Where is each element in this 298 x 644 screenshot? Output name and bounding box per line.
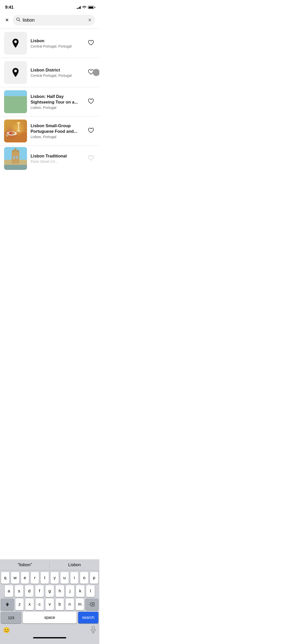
search-clear-button[interactable]: ✕ (88, 17, 92, 23)
svg-point-18 (17, 107, 19, 109)
svg-point-26 (7, 131, 17, 136)
result-info: Lisbon Central Portugal, Portugal (31, 38, 83, 48)
svg-rect-12 (9, 96, 10, 98)
favorite-button[interactable] (87, 154, 95, 163)
svg-rect-38 (15, 148, 16, 151)
result-title: Lisbon: Half Day Sightseeing Tour on a..… (31, 94, 83, 105)
svg-rect-8 (6, 93, 8, 95)
svg-rect-6 (4, 106, 27, 113)
svg-rect-22 (4, 120, 27, 142)
status-time: 9:41 (5, 5, 13, 10)
location-pin-icon (12, 68, 19, 77)
result-info: Lisbon Traditional Porto Street Cri... (31, 153, 83, 164)
svg-point-29 (9, 132, 12, 134)
result-info: Lisbon: Half Day Sightseeing Tour on a..… (31, 94, 83, 110)
result-info: Lisbon Small-Group Portuguese Food and..… (31, 123, 83, 139)
svg-rect-13 (11, 96, 13, 98)
svg-point-17 (22, 107, 25, 110)
search-bar[interactable]: lisbon ✕ (12, 15, 95, 25)
favorite-button[interactable] (87, 97, 95, 107)
svg-rect-24 (18, 122, 19, 131)
list-item[interactable]: Lisbon: Half Day Sightseeing Tour on a..… (0, 87, 99, 116)
result-title: Lisbon (31, 38, 83, 43)
svg-point-19 (22, 107, 24, 109)
svg-rect-37 (17, 150, 18, 152)
svg-rect-4 (4, 90, 27, 97)
svg-point-28 (9, 132, 15, 135)
svg-rect-35 (12, 151, 19, 164)
result-subtitle: Central Portugal, Portugal (31, 74, 83, 78)
status-icons (77, 6, 94, 9)
wifi-icon (82, 6, 86, 9)
location-pin-icon (12, 39, 19, 48)
result-title: Lisbon Traditional (31, 153, 83, 159)
list-item[interactable]: Lisbon District Central Portugal, Portug… (0, 58, 99, 87)
list-item[interactable]: Lisbon Central Portugal, Portugal (0, 29, 99, 58)
svg-rect-10 (11, 93, 13, 95)
svg-line-1 (19, 20, 20, 22)
status-bar: 9:41 (0, 0, 99, 13)
close-button[interactable]: ✕ (4, 16, 10, 24)
svg-point-27 (7, 131, 16, 135)
result-thumbnail (4, 120, 27, 142)
svg-point-25 (17, 130, 21, 132)
battery-icon (88, 6, 94, 9)
svg-rect-20 (17, 99, 20, 101)
svg-rect-39 (13, 156, 15, 159)
svg-rect-5 (4, 97, 27, 113)
svg-rect-7 (5, 92, 14, 106)
svg-rect-14 (16, 100, 25, 108)
results-list: Lisbon Central Portugal, Portugal Lisbon… (0, 29, 99, 171)
result-info: Lisbon District Central Portugal, Portug… (31, 67, 83, 78)
result-subtitle: Central Portugal, Portugal (31, 44, 83, 48)
result-thumbnail (4, 147, 27, 170)
svg-rect-40 (16, 156, 18, 159)
search-icon (16, 17, 21, 23)
favorite-button[interactable] (87, 126, 95, 136)
svg-rect-23 (4, 132, 27, 142)
result-title: Lisbon Small-Group Portuguese Food and..… (31, 123, 83, 134)
result-thumbnail (4, 90, 27, 113)
result-title: Lisbon District (31, 67, 83, 73)
search-input[interactable]: lisbon (23, 18, 86, 23)
list-item[interactable]: Lisbon Small-Group Portuguese Food and..… (0, 116, 99, 145)
result-subtitle: Lisbon, Portugal (31, 135, 83, 139)
signal-icon (77, 6, 81, 9)
svg-rect-21 (4, 120, 27, 142)
svg-rect-41 (4, 165, 27, 170)
list-item[interactable]: Lisbon Traditional Porto Street Cri... (0, 146, 99, 171)
search-header: ✕ lisbon ✕ (0, 13, 99, 28)
svg-rect-36 (13, 150, 14, 152)
scroll-indicator (93, 69, 99, 76)
result-subtitle: Lisbon, Portugal (31, 106, 83, 110)
result-subtitle: Porto Street Cri... (31, 159, 83, 164)
svg-point-31 (6, 134, 9, 137)
result-thumbnail (4, 32, 27, 55)
result-thumbnail (4, 61, 27, 84)
svg-point-32 (6, 134, 8, 136)
favorite-button[interactable] (87, 38, 95, 48)
svg-rect-15 (17, 98, 23, 102)
svg-point-2 (14, 40, 17, 43)
svg-rect-11 (6, 96, 8, 98)
svg-point-16 (17, 107, 20, 110)
svg-point-30 (12, 133, 14, 134)
svg-point-3 (14, 70, 17, 72)
svg-rect-9 (9, 93, 10, 95)
